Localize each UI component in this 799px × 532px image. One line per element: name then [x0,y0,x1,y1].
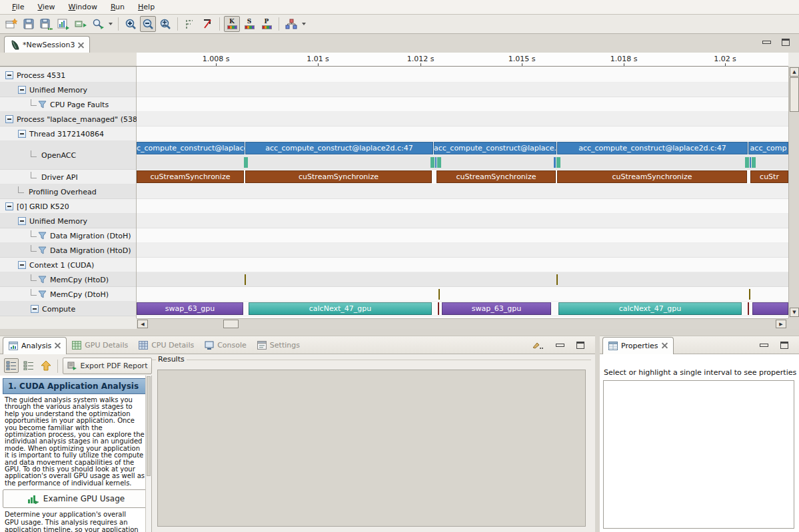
openacc-mark[interactable] [750,157,751,168]
analysis-scroll-thumb[interactable] [147,376,151,476]
memcpy-tick[interactable] [245,274,246,285]
tab-console[interactable]: Console [199,336,252,354]
filter-icon[interactable] [38,276,47,284]
filter-icon[interactable] [38,232,47,240]
timeline-interval[interactable]: acc_comp [748,142,788,154]
zoom-fit-button[interactable] [157,16,173,32]
memcpy-tick[interactable] [749,289,750,300]
collapse-icon[interactable] [5,115,13,123]
tab-cpu-details[interactable]: CPU Details [133,336,199,354]
scroll-up-icon[interactable]: ▲ [790,67,799,77]
rename-button[interactable] [73,16,89,32]
collapse-icon[interactable] [18,261,26,269]
process-segments-button[interactable]: P [259,16,275,32]
dropdown-caret-icon[interactable] [109,23,113,25]
hscroll-thumb[interactable] [223,320,239,328]
timeline-interval[interactable]: acc_compute_construct@laplace2d.c:47 [557,142,748,154]
maximize-icon[interactable] [782,39,790,46]
tree-row[interactable]: Driver API [0,170,136,184]
collapse-icon[interactable] [31,305,39,313]
horizontal-sash[interactable] [0,329,799,336]
minimize-icon[interactable] [760,344,768,347]
timeline-interval[interactable]: c_compute_construct@laplace... [137,142,245,154]
scroll-down-icon[interactable]: ▼ [790,308,799,317]
scroll-right-icon[interactable]: ▶ [776,320,786,328]
timeline-interval[interactable]: swap_63_gpu [137,302,243,315]
memcpy-tick[interactable] [438,289,440,300]
timeline-interval[interactable]: calcNext_47_gpu [558,302,742,315]
timeline-interval[interactable]: cuStreamSynchronize [245,170,432,183]
timeline-interval[interactable] [748,302,749,315]
memcpy-tick[interactable] [556,274,558,285]
tree-row[interactable]: MemCpy (DtoH) [0,287,136,302]
stream-segments-button[interactable]: S [241,16,257,32]
timeline-ruler[interactable]: 1.008 s1.01 s1.012 s1.015 s1.018 s1.02 s [137,53,788,67]
tree-row[interactable]: Unified Memory [0,83,136,97]
minimize-icon[interactable] [762,41,771,44]
timeline-hscrollbar[interactable]: ◀ ▶ [137,318,788,329]
tab-analysis[interactable]: Analysis [3,337,67,354]
save-as-button[interactable] [38,16,54,32]
close-icon[interactable] [662,343,668,349]
openacc-mark[interactable] [556,157,560,168]
menu-file[interactable]: File [5,1,31,13]
guided-analysis-view-button[interactable] [4,358,19,373]
openacc-mark[interactable] [437,157,441,168]
maximize-icon[interactable] [780,342,788,349]
tree-row[interactable]: OpenACC [0,141,136,170]
tree-row[interactable]: Data Migration (DtoH) [0,228,136,243]
timeline-interval[interactable]: swap_63_gpu [442,302,551,315]
filter-icon[interactable] [38,101,47,109]
tab-properties[interactable]: Properties [602,337,674,354]
timeline-interval[interactable]: acc_compute_construct@laplace2d.c:47 [245,142,433,154]
timeline-vscrollbar[interactable]: ▲ ▼ [788,67,799,318]
tree-row[interactable]: Compute [0,302,136,316]
tab-gpu-details[interactable]: GPU Details [67,336,133,354]
filter-icon[interactable] [38,290,47,298]
timeline-chart-button[interactable] [55,16,71,32]
timeline-interval[interactable]: cuStreamSynchronize [557,170,747,183]
openacc-mark[interactable] [554,157,556,168]
minimize-icon[interactable] [556,344,564,347]
unguided-analysis-view-button[interactable] [21,358,36,373]
tree-row[interactable]: Thread 3172140864 [0,127,136,141]
up-level-arrow-icon[interactable] [39,358,53,373]
maximize-icon[interactable] [576,342,584,349]
timeline-interval[interactable] [752,302,788,315]
timeline-interval[interactable]: acc_compute_construct@laplace... [434,142,556,154]
tree-row[interactable]: MemCpy (HtoD) [0,272,136,287]
tree-row[interactable]: CPU Page Faults [0,97,136,112]
openacc-mark[interactable] [435,157,436,168]
menu-run[interactable]: Run [104,1,131,13]
tree-row[interactable]: Profiling Overhead [0,184,136,199]
tree-row[interactable]: Data Migration (HtoD) [0,243,136,258]
tree-row[interactable]: Process 4531 [0,68,136,83]
close-icon[interactable] [78,42,84,48]
filter-icon[interactable] [38,246,47,254]
collapse-icon[interactable] [5,202,13,210]
tree-row[interactable]: Context 1 (CUDA) [0,258,136,272]
examine-gpu-usage-button[interactable]: Examine GPU Usage [3,489,149,508]
tab-newsession[interactable]: *NewSession3 [4,36,90,53]
export-pdf-button[interactable]: Export PDF Report [63,358,152,374]
scroll-left-icon[interactable]: ◀ [137,320,148,328]
zoom-out-button[interactable] [140,16,156,32]
call-tree-button[interactable] [283,16,299,32]
collapse-icon[interactable] [18,86,26,94]
collapse-icon[interactable] [18,217,26,225]
marker-flag-button[interactable] [199,16,215,32]
new-session-button[interactable] [3,16,19,32]
timeline-interval[interactable]: cuStreamSynchronize [436,170,556,183]
zoom-in-button[interactable] [123,16,139,32]
timeline-interval[interactable] [438,302,439,315]
menu-help[interactable]: Help [131,1,161,13]
tree-row[interactable]: Unified Memory [0,214,136,228]
openacc-mark[interactable] [752,157,756,168]
menu-window[interactable]: Window [62,1,104,13]
timeline-interval[interactable]: calcNext_47_gpu [249,302,432,315]
timeline-interval[interactable]: cuStr [750,170,788,183]
kernel-segments-button[interactable]: K [224,16,240,32]
collapse-icon[interactable] [18,130,26,138]
tree-row[interactable]: Process "laplace_managed" (538) [0,112,136,127]
analysis-scrollbar[interactable] [145,376,151,532]
